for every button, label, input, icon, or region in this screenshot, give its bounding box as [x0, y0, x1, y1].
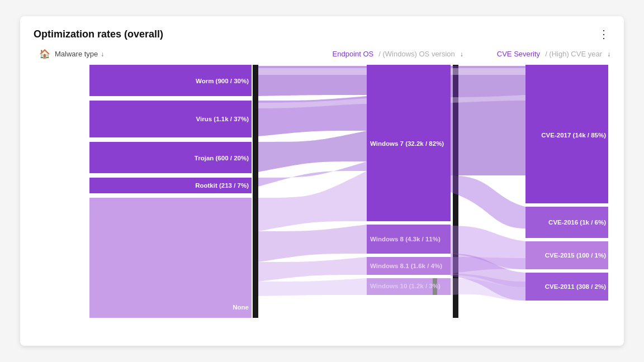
svg-rect-1	[433, 278, 437, 295]
cve-sep: / (High) CVE year	[545, 50, 602, 58]
flow-none-win8	[258, 225, 367, 262]
node-cve2015[interactable]	[525, 241, 608, 269]
node-cve2011[interactable]	[525, 273, 608, 301]
optimization-card: Optimization rates (overall) ⋮ 🏠 Malware…	[20, 16, 624, 346]
endpoint-os-label[interactable]: Endpoint OS	[333, 50, 374, 58]
node-win10[interactable]	[367, 278, 451, 295]
home-icon: 🏠	[39, 49, 50, 59]
flow-highlight-1	[258, 68, 367, 75]
endpoint-os-sep: / (Windows) OS version	[378, 50, 455, 58]
os-sort-icon[interactable]: ↓	[460, 50, 463, 58]
node-win7[interactable]	[367, 65, 451, 221]
node-cve2016[interactable]	[525, 207, 608, 238]
cve-sort-icon[interactable]: ↓	[607, 50, 610, 58]
node-virus[interactable]	[89, 101, 252, 137]
node-worm[interactable]	[89, 65, 252, 96]
card-header: Optimization rates (overall) ⋮	[34, 27, 610, 41]
svg-rect-0	[253, 65, 258, 318]
flow-highlight-2	[451, 68, 525, 75]
node-trojan[interactable]	[89, 142, 252, 173]
malware-sort-icon[interactable]: ↓	[101, 50, 104, 58]
flow-win7-cve2016	[451, 175, 525, 228]
node-win8[interactable]	[367, 225, 451, 254]
card-title: Optimization rates (overall)	[34, 28, 163, 40]
node-none[interactable]	[89, 198, 252, 318]
more-options-icon[interactable]: ⋮	[598, 27, 610, 41]
flow-win7-cve2017	[451, 66, 525, 175]
flow-trojan-win7	[258, 131, 367, 172]
col-endpoint-os: Endpoint OS / (Windows) OS version ↓	[333, 50, 463, 58]
cve-severity-label[interactable]: CVE Severity	[497, 50, 540, 58]
flow-none-win10	[258, 278, 367, 296]
col-cve-severity: CVE Severity / (High) CVE year ↓	[497, 50, 610, 58]
col-malware-type-label: Malware type	[55, 50, 98, 58]
node-win81[interactable]	[367, 257, 451, 275]
node-rootkit[interactable]	[89, 178, 252, 193]
col-malware-type: Malware type ↓	[55, 50, 104, 58]
node-cve2017[interactable]	[525, 65, 608, 203]
sankey-chart: Worm (900 / 30%) Virus (1.1k / 37%) Troj…	[34, 64, 610, 321]
flow-none-win81	[258, 257, 367, 282]
column-headers: 🏠 Malware type ↓ Endpoint OS / (Windows)…	[34, 49, 610, 59]
